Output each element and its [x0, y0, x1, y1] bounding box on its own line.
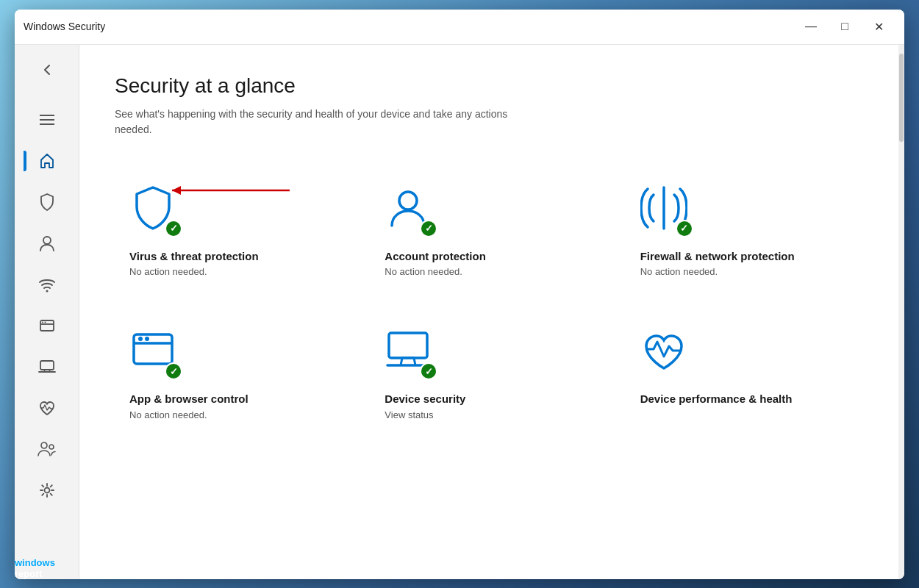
- svg-point-11: [399, 192, 417, 209]
- sidebar-item-firewall[interactable]: [28, 265, 66, 304]
- account-card-title: Account protection: [385, 249, 593, 264]
- sidebar-item-appbrowser[interactable]: [28, 306, 66, 345]
- account-check-badge: ✓: [420, 220, 437, 237]
- family-icon: [37, 441, 57, 457]
- maximize-button[interactable]: □: [828, 15, 862, 38]
- menu-icon: [40, 114, 54, 126]
- windows-security-window: Windows Security — □ ✕: [15, 10, 904, 579]
- svg-point-14: [138, 337, 143, 341]
- content-area: Security at a glance See what's happenin…: [79, 45, 898, 579]
- card-devicehealth[interactable]: Device performance & health: [626, 309, 863, 435]
- sidebar-item-account[interactable]: [28, 224, 66, 262]
- appbrowser-check-badge: ✓: [165, 362, 182, 380]
- sidebar-menu-button[interactable]: [28, 101, 66, 139]
- sidebar-item-settings[interactable]: [28, 471, 66, 509]
- appbrowser-card-title: App & browser control: [129, 392, 337, 406]
- annotation-arrow: [165, 179, 297, 202]
- virus-card-title: Virus & threat protection: [129, 249, 337, 264]
- virus-check-badge: ✓: [165, 220, 182, 237]
- svg-point-0: [43, 237, 51, 244]
- watermark-windows: windows: [15, 557, 55, 568]
- scrollbar-thumb[interactable]: [899, 54, 904, 142]
- devicesecurity-icon-wrapper: ✓: [385, 327, 437, 380]
- watermark-report: report: [15, 568, 43, 579]
- page-subtitle: See what's happening with the security a…: [115, 107, 526, 137]
- device-health-icon: [640, 327, 687, 374]
- appbrowser-icon-wrapper: ✓: [129, 327, 182, 380]
- wifi-icon: [38, 276, 56, 293]
- firewall-icon-wrapper: ✓: [640, 184, 693, 237]
- account-card-status: No action needed.: [385, 266, 593, 277]
- devicesecurity-card-status: View status: [385, 409, 593, 420]
- card-firewall[interactable]: ✓ Firewall & network protection No actio…: [626, 167, 863, 293]
- svg-rect-5: [40, 361, 54, 370]
- devicehealth-icon-wrapper: [640, 327, 693, 380]
- virus-icon-wrapper: ✓: [129, 184, 182, 237]
- sidebar-item-health[interactable]: [28, 389, 66, 427]
- title-bar: Windows Security — □ ✕: [15, 10, 904, 45]
- card-devicesecurity[interactable]: ✓ Device security View status: [370, 309, 607, 435]
- browser-icon: [39, 318, 55, 334]
- page-title: Security at a glance: [115, 74, 863, 98]
- virus-card-status: No action needed.: [129, 266, 337, 277]
- firewall-card-status: No action needed.: [640, 266, 848, 277]
- sidebar: [15, 45, 79, 579]
- window-title: Windows Security: [24, 21, 794, 32]
- gear-icon: [39, 482, 55, 498]
- devicehealth-card-title: Device performance & health: [640, 392, 848, 406]
- sidebar-back-button[interactable]: [28, 51, 66, 89]
- window-controls: — □ ✕: [794, 15, 895, 38]
- card-account[interactable]: ✓ Account protection No action needed.: [370, 167, 607, 293]
- svg-point-3: [42, 321, 43, 323]
- watermark: windows report: [15, 557, 55, 579]
- svg-point-15: [145, 337, 149, 341]
- laptop-icon: [38, 359, 56, 375]
- card-virus[interactable]: ✓ Virus & threat protection No action ne…: [115, 167, 352, 293]
- svg-point-7: [49, 445, 54, 449]
- scrollbar[interactable]: [898, 45, 904, 579]
- svg-point-6: [41, 442, 47, 448]
- card-appbrowser[interactable]: ✓ App & browser control No action needed…: [115, 309, 352, 435]
- minimize-button[interactable]: —: [794, 15, 828, 38]
- home-icon: [39, 153, 55, 169]
- svg-rect-16: [389, 333, 427, 358]
- firewall-card-title: Firewall & network protection: [640, 249, 848, 264]
- account-icon-wrapper: ✓: [385, 184, 437, 237]
- svg-point-8: [44, 487, 49, 492]
- shield-sidebar-icon: [39, 193, 55, 211]
- health-icon: [38, 400, 56, 416]
- appbrowser-card-status: No action needed.: [129, 409, 337, 420]
- sidebar-item-family[interactable]: [28, 430, 66, 468]
- sidebar-item-virus[interactable]: [28, 183, 66, 221]
- sidebar-item-home[interactable]: [28, 142, 66, 180]
- sidebar-item-device[interactable]: [28, 348, 66, 386]
- svg-point-1: [46, 290, 48, 292]
- person-icon: [39, 234, 55, 252]
- security-cards-grid: ✓ Virus & threat protection No action ne…: [115, 167, 863, 435]
- back-icon: [40, 62, 54, 77]
- firewall-check-badge: ✓: [676, 220, 693, 237]
- main-body: Security at a glance See what's happenin…: [15, 45, 904, 579]
- svg-point-4: [44, 321, 46, 323]
- devicesecurity-check-badge: ✓: [420, 362, 437, 380]
- close-button[interactable]: ✕: [862, 15, 895, 38]
- devicesecurity-card-title: Device security: [385, 392, 593, 406]
